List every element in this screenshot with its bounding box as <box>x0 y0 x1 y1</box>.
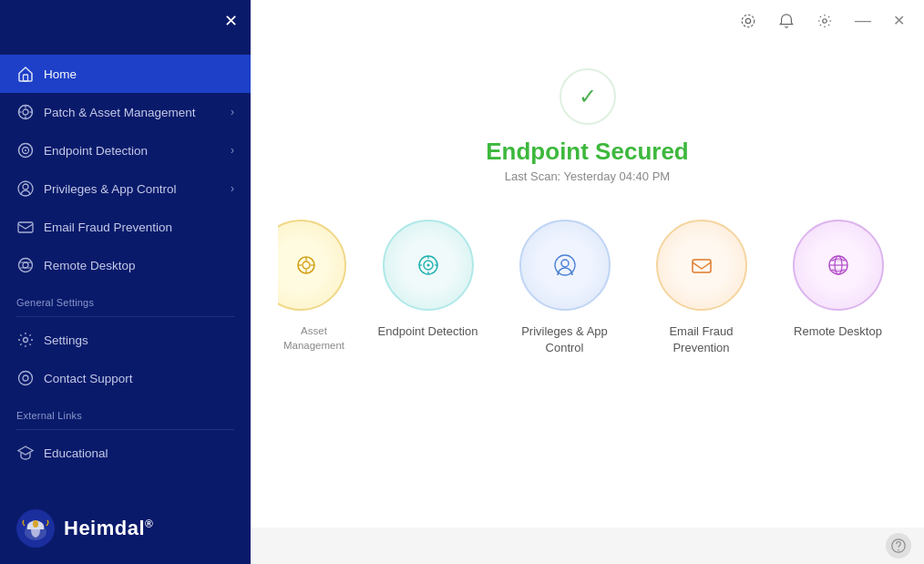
bell-icon <box>778 13 795 29</box>
privileges-card-icon <box>551 251 579 279</box>
svg-point-24 <box>742 15 755 27</box>
sidebar-item-educational-label: Educational <box>44 446 234 460</box>
svg-point-22 <box>33 520 38 528</box>
footer-bar <box>251 528 924 564</box>
sidebar-item-home-label: Home <box>44 67 234 81</box>
window-close-button[interactable]: ✕ <box>888 10 909 31</box>
educational-icon <box>16 444 35 462</box>
gear-icon <box>816 13 833 29</box>
nav-menu: Home Patch & Asset Management › <box>0 55 251 495</box>
svg-rect-41 <box>693 260 711 272</box>
card-patch-label: AssetManagement <box>283 323 344 353</box>
card-email-fraud[interactable]: Email Fraud Prevention <box>642 220 761 356</box>
svg-point-34 <box>426 264 429 267</box>
chevron-endpoint-icon: › <box>231 144 234 157</box>
gear-button[interactable] <box>812 11 837 31</box>
svg-point-25 <box>823 18 827 23</box>
heimdal-logo-text: Heimdal® <box>64 517 153 540</box>
card-privileges-label: Privileges & App Control <box>506 323 624 356</box>
feature-cards-row: AssetManagement Endpoint Detection <box>260 220 916 356</box>
status-circle: ✓ <box>560 68 616 125</box>
svg-point-13 <box>19 259 33 272</box>
card-patch-asset[interactable]: AssetManagement <box>278 220 351 353</box>
divider-external <box>16 429 234 430</box>
content-area: ✓ Endpoint Secured Last Scan: Yesterday … <box>251 41 924 528</box>
sidebar-item-settings-label: Settings <box>44 333 234 347</box>
email-icon <box>16 218 35 236</box>
card-remote-label: Remote Desktop <box>794 323 882 340</box>
status-title: Endpoint Secured <box>486 138 688 166</box>
remote-card-icon <box>825 251 852 279</box>
card-endpoint-label: Endpoint Detection <box>378 323 478 340</box>
sidebar-item-support-label: Contact Support <box>44 372 234 385</box>
svg-point-39 <box>561 260 569 267</box>
sidebar-item-email[interactable]: Email Fraud Prevention <box>0 208 251 246</box>
sidebar: ✕ Home <box>0 0 251 564</box>
sidebar-item-educational[interactable]: Educational <box>0 434 251 472</box>
remote-icon <box>16 256 35 274</box>
sidebar-item-privileges-label: Privileges & App Control <box>44 182 221 196</box>
endpoint-card-circle <box>383 220 474 311</box>
ring-settings-button[interactable] <box>735 11 761 31</box>
sidebar-item-support[interactable]: Contact Support <box>0 359 251 397</box>
svg-point-14 <box>23 262 28 268</box>
svg-point-9 <box>25 149 26 151</box>
svg-point-40 <box>555 255 575 275</box>
sidebar-item-endpoint-label: Endpoint Detection <box>44 144 221 158</box>
main-content: — ✕ ✓ Endpoint Secured Last Scan: Yester… <box>251 0 924 564</box>
sidebar-item-settings[interactable]: Settings <box>0 321 251 359</box>
card-endpoint-detection[interactable]: Endpoint Detection <box>369 220 488 340</box>
sidebar-item-endpoint[interactable]: Endpoint Detection › <box>0 131 251 169</box>
svg-point-27 <box>303 261 310 269</box>
heimdal-logo-icon <box>16 509 55 548</box>
sidebar-item-privileges[interactable]: Privileges & App Control › <box>0 169 251 208</box>
divider-general <box>16 316 234 317</box>
sidebar-close-button[interactable]: ✕ <box>224 13 238 29</box>
svg-rect-12 <box>18 222 33 232</box>
svg-point-19 <box>23 375 28 381</box>
help-icon <box>890 538 907 554</box>
general-settings-section-label: General Settings <box>0 284 251 313</box>
svg-point-10 <box>23 184 28 190</box>
email-card-icon <box>688 251 715 279</box>
svg-point-18 <box>19 372 33 385</box>
sidebar-item-remote[interactable]: Remote Desktop <box>0 246 251 284</box>
support-icon <box>16 369 35 387</box>
sidebar-item-patch-label: Patch & Asset Management <box>44 106 221 119</box>
status-check-icon: ✓ <box>579 84 597 109</box>
title-bar: — ✕ <box>251 0 924 41</box>
settings-icon <box>16 331 35 349</box>
svg-rect-0 <box>24 75 28 81</box>
endpoint-card-icon <box>415 251 442 279</box>
external-links-section-label: External Links <box>0 397 251 426</box>
minimize-button[interactable]: — <box>850 9 876 32</box>
sidebar-item-email-label: Email Fraud Prevention <box>44 220 234 234</box>
card-email-label: Email Fraud Prevention <box>642 323 761 356</box>
chevron-privileges-icon: › <box>231 182 234 195</box>
svg-point-17 <box>24 338 28 343</box>
status-subtitle: Last Scan: Yesterday 04:40 PM <box>505 169 670 183</box>
patch-icon <box>16 103 35 121</box>
privileges-icon <box>16 179 35 198</box>
email-card-circle <box>656 220 747 311</box>
sidebar-item-remote-label: Remote Desktop <box>44 259 234 272</box>
chevron-patch-icon: › <box>231 106 234 118</box>
svg-point-2 <box>23 109 28 115</box>
svg-point-48 <box>898 549 898 550</box>
endpoint-icon <box>16 141 35 159</box>
bell-button[interactable] <box>774 11 799 31</box>
patch-card-icon <box>293 251 320 279</box>
sidebar-footer: Heimdal® <box>0 495 251 564</box>
footer-help-icon[interactable] <box>886 533 911 559</box>
ring-settings-icon <box>740 13 756 29</box>
card-remote-desktop[interactable]: Remote Desktop <box>779 220 898 340</box>
home-icon <box>16 65 35 83</box>
remote-card-circle <box>793 220 884 311</box>
svg-point-23 <box>745 18 750 23</box>
sidebar-item-home[interactable]: Home <box>0 55 251 93</box>
sidebar-item-patch[interactable]: Patch & Asset Management › <box>0 93 251 131</box>
card-privileges[interactable]: Privileges & App Control <box>506 220 624 356</box>
privileges-card-circle <box>519 220 611 311</box>
